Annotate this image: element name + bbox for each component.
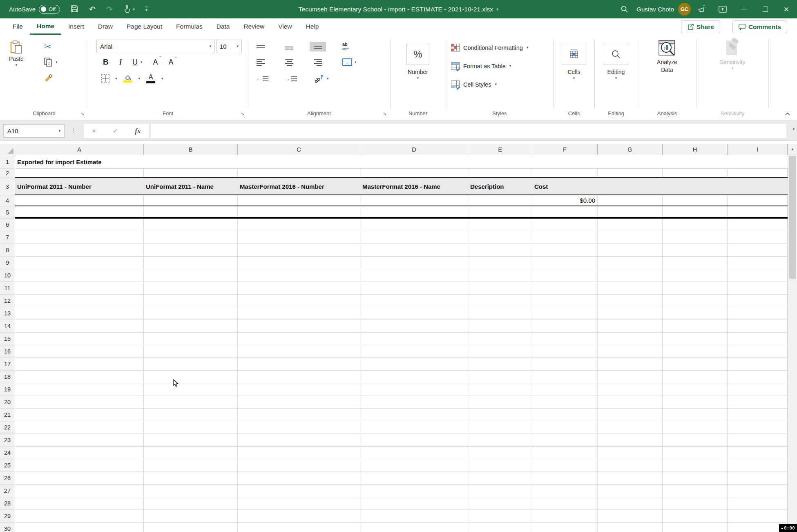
cell-H21[interactable] [663, 409, 728, 421]
cell-I4[interactable] [728, 195, 788, 206]
cell-F19[interactable] [532, 383, 598, 396]
row-header-26[interactable]: 26 [0, 472, 15, 485]
cell-C4[interactable] [238, 195, 360, 206]
row-header-19[interactable]: 19 [0, 383, 15, 396]
row-header-12[interactable]: 12 [0, 295, 15, 307]
number-format-button[interactable]: % Number ▾ [393, 38, 443, 80]
cell-A30[interactable] [15, 523, 144, 532]
cell-F6[interactable] [532, 219, 598, 231]
cell-D28[interactable] [360, 497, 468, 510]
cell-D4[interactable] [360, 195, 468, 206]
cell-E28[interactable] [468, 497, 532, 510]
cell-B30[interactable] [144, 523, 238, 532]
cell-D6[interactable] [360, 219, 468, 231]
cell-I24[interactable] [728, 447, 788, 459]
cell-G10[interactable] [598, 269, 663, 282]
cell-H7[interactable] [663, 231, 728, 244]
cell-I5[interactable] [728, 206, 788, 217]
tab-draw[interactable]: Draw [91, 18, 120, 35]
cell-G9[interactable] [598, 257, 663, 269]
cell-I11[interactable] [728, 282, 788, 294]
cell-I17[interactable] [728, 358, 788, 370]
cell-B20[interactable] [144, 396, 238, 408]
cell-A12[interactable] [15, 295, 144, 307]
merge-center-caret-icon[interactable]: ▾ [355, 60, 357, 64]
minimize-button[interactable] [733, 0, 755, 18]
row-header-28[interactable]: 28 [0, 497, 15, 510]
cell-H8[interactable] [663, 244, 728, 256]
cell-A27[interactable] [15, 485, 144, 497]
row-header-17[interactable]: 17 [0, 358, 15, 371]
cell-A26[interactable] [15, 472, 144, 484]
cell-E29[interactable] [468, 510, 532, 522]
cell-B9[interactable] [144, 257, 238, 269]
cell-I28[interactable] [728, 497, 788, 510]
cell-A19[interactable] [15, 383, 144, 396]
row-header-10[interactable]: 10 [0, 269, 15, 282]
cell-F30[interactable] [532, 523, 598, 532]
cell-E4[interactable] [468, 195, 532, 206]
cell-H17[interactable] [663, 358, 728, 370]
row-header-2[interactable]: 2 [0, 169, 15, 178]
cell-B23[interactable] [144, 434, 238, 446]
cancel-icon[interactable]: × [92, 127, 96, 135]
cell-B13[interactable] [144, 307, 238, 320]
cell-I18[interactable] [728, 371, 788, 383]
alignment-dialog-launcher-icon[interactable]: ↘ [383, 111, 386, 116]
cell-G4[interactable] [598, 195, 663, 206]
name-box-caret-icon[interactable]: ▾ [58, 129, 60, 133]
column-header-A[interactable]: A [15, 144, 144, 155]
cell-A5[interactable] [15, 206, 144, 217]
cell-C5[interactable] [238, 206, 360, 217]
row-header-8[interactable]: 8 [0, 244, 15, 257]
cell-B24[interactable] [144, 447, 238, 459]
row-header-14[interactable]: 14 [0, 320, 15, 333]
cell-I14[interactable] [728, 320, 788, 332]
cell-B26[interactable] [144, 472, 238, 484]
cell-D2[interactable] [360, 169, 468, 177]
cell-H25[interactable] [663, 459, 728, 472]
cell-G7[interactable] [598, 231, 663, 244]
tab-formulas[interactable]: Formulas [169, 18, 210, 35]
cell-E11[interactable] [468, 282, 532, 294]
column-header-C[interactable]: C [238, 144, 360, 155]
cell-D8[interactable] [360, 244, 468, 256]
cell-C10[interactable] [238, 269, 360, 282]
cell-G12[interactable] [598, 295, 663, 307]
cell-D11[interactable] [360, 282, 468, 294]
cell-F8[interactable] [532, 244, 598, 256]
cell-F21[interactable] [532, 409, 598, 421]
cell-I23[interactable] [728, 434, 788, 446]
editing-button[interactable]: Editing ▾ [597, 38, 635, 80]
customize-qat-icon[interactable]: ▾ [145, 7, 147, 12]
borders-icon[interactable] [101, 74, 109, 83]
cell-F13[interactable] [532, 307, 598, 320]
cell-F27[interactable] [532, 485, 598, 497]
cell-E24[interactable] [468, 447, 532, 459]
align-right-icon[interactable] [314, 59, 322, 66]
cell-E23[interactable] [468, 434, 532, 446]
font-color-caret-icon[interactable]: ▾ [161, 77, 163, 80]
cell-H20[interactable] [663, 396, 728, 408]
cell-H15[interactable] [663, 333, 728, 345]
cell-C27[interactable] [238, 485, 360, 497]
cell-G14[interactable] [598, 320, 663, 332]
cell-D12[interactable] [360, 295, 468, 307]
cell-A18[interactable] [15, 371, 144, 383]
cell-F20[interactable] [532, 396, 598, 408]
cell-A2[interactable] [15, 169, 144, 177]
cell-H23[interactable] [663, 434, 728, 446]
cell-G6[interactable] [598, 219, 663, 231]
cell-I1[interactable] [728, 155, 788, 168]
cell-B8[interactable] [144, 244, 238, 256]
row-header-18[interactable]: 18 [0, 371, 15, 383]
cell-G16[interactable] [598, 345, 663, 358]
cell-A17[interactable] [15, 358, 144, 370]
row-header-30[interactable]: 30 [0, 523, 15, 532]
cell-A14[interactable] [15, 320, 144, 332]
conditional-formatting-button[interactable]: Conditional Formatting ▾ [451, 44, 528, 51]
cell-C18[interactable] [238, 371, 360, 383]
cell-G21[interactable] [598, 409, 663, 421]
bottom-align-icon[interactable] [310, 42, 326, 51]
cell-F1[interactable] [532, 155, 598, 168]
